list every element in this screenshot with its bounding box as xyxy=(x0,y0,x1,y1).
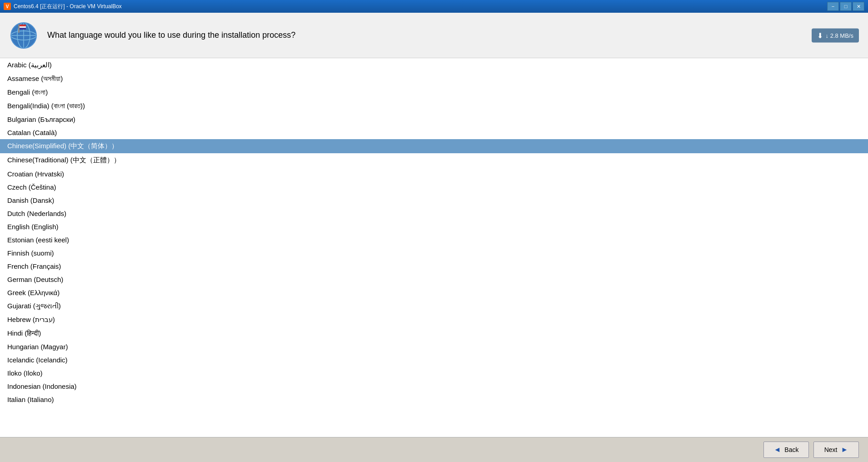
language-item-assamese[interactable]: Assamese (অসমীয়া) xyxy=(0,72,868,85)
svg-rect-8 xyxy=(20,25,26,26)
back-label: Back xyxy=(784,446,798,453)
back-button[interactable]: ◄ Back xyxy=(763,442,809,458)
language-item-icelandic[interactable]: Icelandic (Icelandic) xyxy=(0,353,868,367)
language-item-dutch[interactable]: Dutch (Nederlands) xyxy=(0,207,868,220)
restore-button[interactable]: □ xyxy=(840,2,852,11)
language-item-czech[interactable]: Czech (Čeština) xyxy=(0,181,868,194)
window-title: Centos6.4 [正在运行] - Oracle VM VirtualBox xyxy=(14,3,827,10)
window-controls: − □ ✕ xyxy=(827,2,864,11)
language-item-hindi[interactable]: Hindi (हिन्दी) xyxy=(0,326,868,340)
language-item-indonesian[interactable]: Indonesian (Indonesia) xyxy=(0,380,868,393)
language-item-english[interactable]: English (English) xyxy=(0,220,868,233)
language-item-french[interactable]: French (Français) xyxy=(0,260,868,273)
language-item-chinese-traditional[interactable]: Chinese(Traditional) (中文（正體）） xyxy=(0,153,868,167)
header-question: What language would you like to use duri… xyxy=(47,30,295,41)
language-item-arabic[interactable]: Arabic (العربية) xyxy=(0,58,868,72)
app-icon: V xyxy=(4,3,11,10)
minimize-button[interactable]: − xyxy=(827,2,839,11)
language-item-gujarati[interactable]: Gujarati (ગુજરાતી) xyxy=(0,299,868,313)
language-item-german[interactable]: German (Deutsch) xyxy=(0,273,868,286)
main-window: What language would you like to use duri… xyxy=(0,13,868,462)
language-item-bulgarian[interactable]: Bulgarian (Български) xyxy=(0,113,868,126)
language-item-finnish[interactable]: Finnish (suomi) xyxy=(0,246,868,260)
language-item-catalan[interactable]: Catalan (Català) xyxy=(0,126,868,139)
title-bar: V Centos6.4 [正在运行] - Oracle VM VirtualBo… xyxy=(0,0,868,13)
language-list[interactable]: Arabic (العربية)Assamese (অসমীয়া)Bengal… xyxy=(0,58,868,437)
svg-rect-6 xyxy=(18,25,20,33)
bottom-navigation: ◄ Back Next ► xyxy=(0,437,868,462)
language-item-bengali[interactable]: Bengali (বাংলা) xyxy=(0,85,868,99)
language-item-hebrew[interactable]: Hebrew (עברית) xyxy=(0,313,868,326)
language-item-iloko[interactable]: Iloko (Iloko) xyxy=(0,367,868,380)
language-item-greek[interactable]: Greek (Ελληνικά) xyxy=(0,286,868,299)
next-label: Next xyxy=(824,446,838,453)
svg-rect-10 xyxy=(20,28,26,30)
back-arrow-icon: ◄ xyxy=(774,446,781,454)
svg-rect-9 xyxy=(20,26,26,28)
download-icon: ⬇ xyxy=(817,31,823,40)
language-list-container: Arabic (العربية)Assamese (অসমীয়া)Bengal… xyxy=(0,58,868,437)
language-item-italian[interactable]: Italian (Italiano) xyxy=(0,393,868,406)
language-item-danish[interactable]: Danish (Dansk) xyxy=(0,194,868,207)
globe-icon xyxy=(9,21,38,50)
language-item-estonian[interactable]: Estonian (eesti keel) xyxy=(0,233,868,246)
language-item-bengali-india[interactable]: Bengali(India) (বাংলা (ভারত)) xyxy=(0,99,868,113)
next-button[interactable]: Next ► xyxy=(813,442,859,458)
language-item-hungarian[interactable]: Hungarian (Magyar) xyxy=(0,340,868,353)
next-arrow-icon: ► xyxy=(841,446,848,454)
close-button[interactable]: ✕ xyxy=(853,2,864,11)
language-item-croatian[interactable]: Croatian (Hrvatski) xyxy=(0,167,868,181)
language-item-chinese-simplified[interactable]: Chinese(Simplified) (中文（简体）） xyxy=(0,139,868,153)
speed-badge: ⬇ ↓ 2.8 MB/s xyxy=(812,28,859,42)
speed-value: ↓ 2.8 MB/s xyxy=(826,32,853,39)
header-area: What language would you like to use duri… xyxy=(0,13,868,58)
